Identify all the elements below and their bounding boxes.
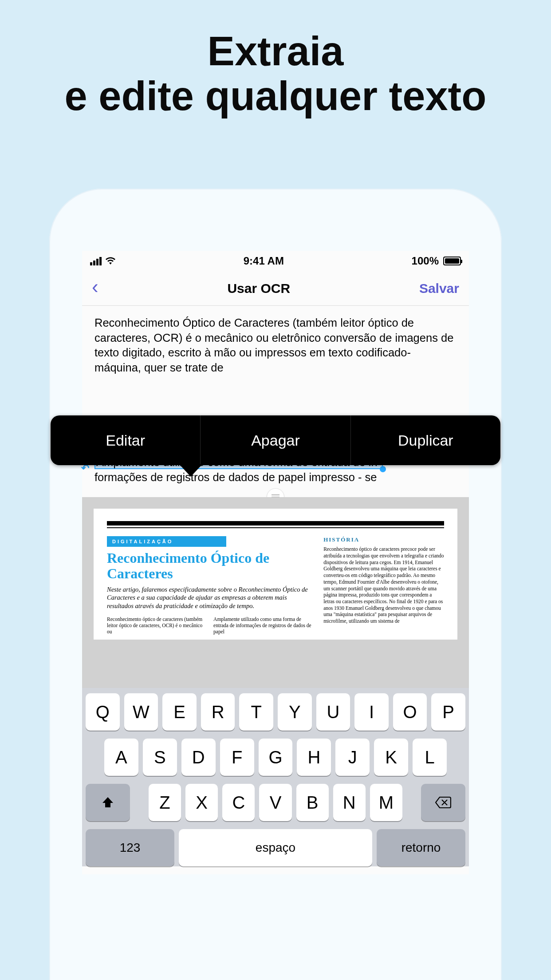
key-g[interactable]: G	[259, 739, 293, 776]
doc-col2: Amplamente utilizado como uma forma de e…	[213, 616, 312, 635]
key-q[interactable]: Q	[86, 693, 120, 731]
heavy-rule	[107, 521, 444, 526]
key-i[interactable]: I	[354, 693, 389, 731]
key-b[interactable]: B	[296, 784, 329, 821]
keyboard-row-1: Q W E R T Y U I O P	[86, 693, 465, 731]
battery-percent: 100%	[412, 255, 439, 267]
context-duplicate[interactable]: Duplicar	[351, 415, 500, 465]
doc-lead: Neste artigo, falaremos especificadament…	[107, 585, 312, 609]
ocr-body-before: Reconhecimento Óptico de Caracteres (tam…	[94, 316, 453, 374]
keyboard: Q W E R T Y U I O P A S D F G H J K L	[82, 688, 469, 866]
key-r[interactable]: R	[201, 693, 235, 731]
key-p[interactable]: P	[431, 693, 465, 731]
backspace-icon	[435, 796, 451, 809]
nav-title: Usar OCR	[227, 281, 290, 296]
key-a[interactable]: A	[104, 739, 138, 776]
key-space[interactable]: espaço	[179, 829, 372, 866]
doc-col1: Reconhecimento óptico de caracteres (tam…	[107, 616, 205, 635]
ocr-body-after: formações de registros de dados de papel…	[94, 471, 377, 483]
document-preview[interactable]: DIGITALIZAÇÃO Reconhecimento Óptico de C…	[82, 497, 469, 688]
key-numbers[interactable]: 123	[86, 829, 174, 866]
doc-history-body: Reconhecimento óptico de caracteres prec…	[323, 546, 444, 624]
wifi-icon	[105, 257, 116, 265]
status-bar: 9:41 AM 100%	[82, 251, 469, 271]
save-button[interactable]: Salvar	[419, 281, 459, 296]
doc-history-heading: HISTÓRIA	[323, 536, 444, 543]
key-o[interactable]: O	[393, 693, 427, 731]
shift-icon	[101, 796, 114, 809]
context-edit[interactable]: Editar	[51, 415, 201, 465]
ocr-text-area[interactable]: Reconhecimento Óptico de Caracteres (tam…	[82, 306, 469, 497]
keyboard-row-3: Z X C V B N M	[86, 784, 465, 821]
context-menu: Editar Apagar Duplicar	[51, 415, 500, 465]
keyboard-row-2: A S D F G H J K L	[86, 739, 465, 776]
doc-tag: DIGITALIZAÇÃO	[107, 536, 226, 547]
key-return[interactable]: retorno	[377, 829, 465, 866]
key-backspace[interactable]	[421, 784, 465, 821]
status-left	[90, 257, 116, 265]
key-m[interactable]: M	[370, 784, 402, 821]
key-j[interactable]: J	[335, 739, 370, 776]
key-shift[interactable]	[86, 784, 130, 821]
key-k[interactable]: K	[374, 739, 408, 776]
key-c[interactable]: C	[222, 784, 255, 821]
keyboard-row-bottom: 123 espaço retorno	[86, 829, 465, 866]
status-right: 100%	[412, 255, 461, 267]
context-delete[interactable]: Apagar	[201, 415, 350, 465]
phone-mock: 9:41 AM 100% ‹ Usar OCR Salvar Reconheci…	[49, 189, 502, 980]
key-l[interactable]: L	[413, 739, 447, 776]
key-z[interactable]: Z	[149, 784, 181, 821]
key-e[interactable]: E	[162, 693, 197, 731]
key-x[interactable]: X	[185, 784, 218, 821]
key-y[interactable]: Y	[278, 693, 312, 731]
nav-bar: ‹ Usar OCR Salvar	[82, 271, 469, 306]
key-v[interactable]: V	[259, 784, 291, 821]
key-t[interactable]: T	[239, 693, 273, 731]
key-n[interactable]: N	[333, 784, 366, 821]
promo-line1: Extraia	[0, 29, 551, 74]
doc-title: Reconhecimento Óptico de Caracteres	[107, 550, 312, 581]
thin-rule	[107, 527, 444, 528]
promo-line2: e edite qualquer texto	[0, 74, 551, 119]
back-button[interactable]: ‹	[92, 277, 98, 296]
promo-headline: Extraia e edite qualquer texto	[0, 29, 551, 119]
key-u[interactable]: U	[316, 693, 350, 731]
key-s[interactable]: S	[143, 739, 177, 776]
app-screen: 9:41 AM 100% ‹ Usar OCR Salvar Reconheci…	[82, 251, 469, 874]
key-w[interactable]: W	[124, 693, 158, 731]
battery-icon	[443, 257, 461, 265]
document-page: DIGITALIZAÇÃO Reconhecimento Óptico de C…	[94, 509, 457, 640]
key-h[interactable]: H	[297, 739, 331, 776]
key-d[interactable]: D	[181, 739, 216, 776]
key-f[interactable]: F	[220, 739, 254, 776]
cellular-icon	[90, 257, 102, 265]
status-time: 9:41 AM	[244, 255, 284, 267]
selection-handle-right[interactable]	[380, 466, 386, 472]
